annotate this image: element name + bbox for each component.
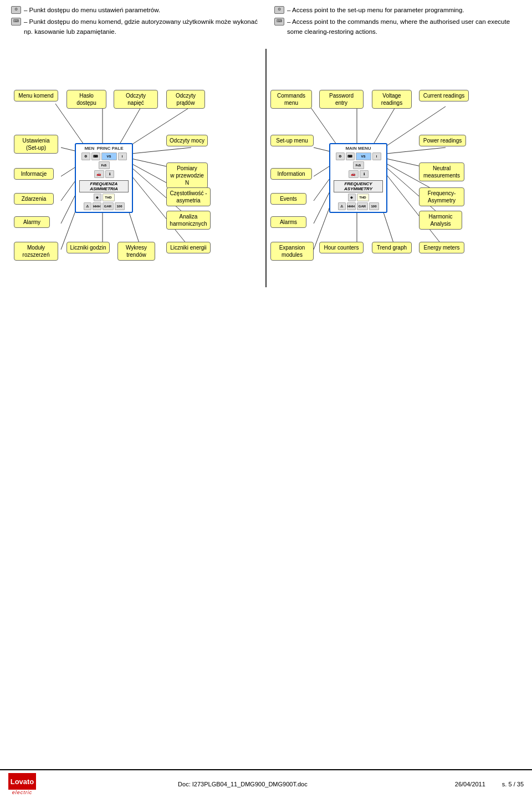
icon-l-b2: HHH: [93, 202, 101, 210]
bullet-right-2: ⌨ – Access point to the commands menu, w…: [274, 17, 521, 37]
icon-r-set: ⚙: [336, 153, 345, 160]
setup-icon: ⚙: [274, 6, 284, 14]
icon-r-alarm: ⚠: [338, 202, 346, 210]
node-commands-menu: Commands menu: [270, 90, 312, 109]
left-center-label: MEN PRINC PALE: [79, 146, 129, 151]
logo-sub-text: electric: [12, 790, 33, 795]
bullet-right-1: ⚙ – Access point to the set-up menu for …: [274, 6, 521, 15]
node-trend-graph: Trend graph: [372, 242, 412, 253]
node-ustawienia: Ustawienia (Set-up): [14, 135, 58, 154]
icon-set-left3: VS: [101, 153, 117, 160]
node-czestotliwosc: Częstotliwość - asymetria: [166, 187, 211, 206]
icon-r3-2: THD: [357, 194, 369, 201]
node-freq-asym: Frequency- Asymmetry: [419, 187, 464, 206]
node-liczniki-energii: Liczniki energii: [166, 242, 211, 253]
cmd-icon: ⌨: [11, 18, 21, 26]
node-neutral-meas: Neutral measurements: [419, 162, 464, 181]
icon-l2-2: ℹ: [105, 170, 114, 178]
node-moduly: Moduły rozszerzeń: [14, 242, 58, 261]
node-menu-komend: Menu komend: [14, 90, 58, 101]
footer-page: s. 5 / 35: [502, 781, 524, 787]
node-expansion: Expansion modules: [270, 242, 314, 261]
node-current-readings: Current readings: [419, 90, 469, 101]
left-center-icons2: 🚗 ℹ FREQUENZAASIMMETRIA ◈ THD: [79, 170, 129, 201]
node-hour-counters: Hour counters: [319, 242, 364, 253]
left-center-icons: ⚙ ⌨ VS I F₀S: [79, 153, 129, 169]
svg-line-21: [381, 148, 446, 154]
node-zdarzenia: Zdarzenia: [14, 193, 54, 205]
node-power-readings: Power readings: [419, 135, 466, 146]
footer-doc-text: Doc: I273PLGB04_11_DMG900_DMG900T.doc: [47, 781, 438, 787]
param-icon: ⚙: [11, 6, 21, 14]
svg-line-5: [126, 148, 191, 154]
logo-red-box: Lovato: [8, 773, 36, 790]
node-haslo: Hasło dostępu: [66, 90, 106, 109]
right-center-label: MAIN MENU: [334, 146, 383, 151]
node-information: Information: [270, 168, 312, 180]
icon-r2-2: ℹ: [360, 170, 369, 178]
footer-date: 26/04/2011: [455, 781, 485, 787]
node-informacje: Informacje: [14, 168, 54, 180]
left-center-node: MEN PRINC PALE ⚙ ⌨ VS I F₀S 🚗 ℹ FREQUENZ…: [75, 143, 133, 213]
header-right-col: ⚙ – Access point to the set-up menu for …: [274, 6, 521, 39]
node-pomiary-n: Pomiary w przewodzie N: [166, 162, 208, 189]
icon-r-i: I: [372, 153, 381, 160]
header-left-col: ⚙ – Punkt dostępu do menu ustawień param…: [11, 6, 258, 39]
right-center-icons: ⚙ ⌨ VS I F₀S: [334, 153, 383, 169]
node-harmonic: Harmonic Analysis: [419, 211, 462, 230]
footer: Lovato electric Doc: I273PLGB04_11_DMG90…: [0, 769, 532, 798]
right-center-icons3: ⚠ HHH GAR 100: [334, 202, 383, 210]
icon-l-b3: GAR: [103, 202, 114, 210]
node-events: Events: [270, 193, 306, 205]
node-setup-menu: Set-up menu: [270, 135, 314, 146]
header-bullets: ⚙ – Punkt dostępu do menu ustawień param…: [11, 6, 521, 39]
node-voltage-readings: Voltage readings: [372, 90, 412, 109]
node-odczyty-pradow: Odczyty prądów: [166, 90, 205, 109]
icon-l-b4: 100: [115, 202, 125, 210]
bullet-left-1-text: – Punkt dostępu do menu ustawień paramet…: [24, 6, 160, 15]
icon-set-left: ⚙: [81, 153, 90, 160]
freq-text-left: FREQUENZAASIMMETRIA: [79, 180, 129, 192]
right-center-icons2: 🚗 ℹ FREQUENCYASYMMETRY ◈ THD: [334, 170, 383, 201]
node-odczyty-napiec: Odczyty napięć: [114, 90, 158, 109]
auth-icon: ⌨: [274, 18, 284, 26]
bullet-right-2-text: – Access point to the commands menu, whe…: [287, 17, 521, 37]
logo-text: Lovato: [11, 777, 34, 786]
icon-r-vs: VS: [356, 153, 371, 160]
left-center-icons3: ⚠ HHH GAR 100: [79, 202, 129, 210]
node-alarms: Alarms: [270, 216, 306, 228]
icon-r-cmd: ⌨: [346, 153, 355, 160]
icon-r-f: F₀S: [353, 161, 364, 169]
icon-l3-1: ◈: [94, 194, 101, 201]
node-odczyty-mocy: Odczyty mocy: [166, 135, 208, 146]
icon-r3-1: ◈: [348, 194, 356, 201]
icon-r2-1: 🚗: [349, 170, 359, 178]
right-diagram: MAIN MENU ⚙ ⌨ VS I F₀S 🚗 ℹ FREQUENCYASYM…: [269, 49, 521, 287]
icon-set-left4: I: [118, 153, 127, 160]
node-liczniki-godzin: Liczniki godzin: [66, 242, 110, 253]
freq-text-right: FREQUENCYASYMMETRY: [334, 180, 383, 192]
bullet-left-2-text: – Punkt dostępu do menu komend, gdzie au…: [24, 17, 258, 37]
icon-l2-1: 🚗: [94, 170, 104, 178]
node-analiza: Analiza harmonicznych: [166, 211, 211, 230]
icon-r-b3: GAR: [357, 202, 368, 210]
footer-logo: Lovato electric: [8, 773, 36, 795]
node-wykresy: Wykresy trendów: [117, 242, 155, 261]
left-diagram: MEN PRINC PALE ⚙ ⌨ VS I F₀S 🚗 ℹ FREQUENZ…: [11, 49, 263, 287]
bullet-left-2: ⌨ – Punkt dostępu do menu komend, gdzie …: [11, 17, 258, 37]
icon-alarm-l: ⚠: [84, 202, 91, 210]
right-center-node: MAIN MENU ⚙ ⌨ VS I F₀S 🚗 ℹ FREQUENCYASYM…: [329, 143, 387, 213]
bullet-right-1-text: – Access point to the set-up menu for pa…: [287, 6, 464, 15]
bullet-left-1: ⚙ – Punkt dostępu do menu ustawień param…: [11, 6, 258, 15]
icon-r-b4: 100: [369, 202, 379, 210]
node-alarmy: Alarmy: [14, 216, 50, 228]
node-energy-meters: Energy meters: [419, 242, 464, 253]
vertical-divider: [265, 49, 267, 287]
icon-set-left2: ⌨: [91, 153, 100, 160]
icon-set-left5: F₀S: [99, 161, 110, 169]
node-password-entry: Password entry: [319, 90, 364, 109]
icon-l3-2: THD: [103, 194, 115, 201]
icon-r-b2: HHH: [347, 202, 356, 210]
